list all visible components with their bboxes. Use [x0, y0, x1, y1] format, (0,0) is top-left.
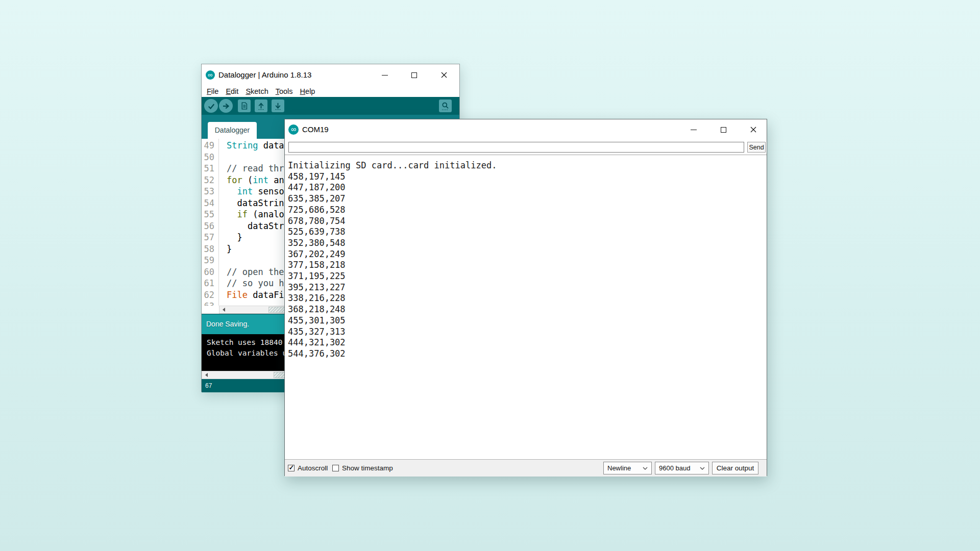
serial-monitor-button[interactable]: [439, 99, 452, 112]
serial-line: 377,158,218: [288, 260, 767, 271]
minimize-icon: [691, 130, 697, 130]
serial-line: 458,197,145: [288, 171, 767, 183]
ide-window-title: Datalogger | Arduino 1.8.13: [218, 64, 311, 86]
ide-close-button[interactable]: [437, 68, 451, 82]
serial-line: Initializing SD card...card initialized.: [288, 160, 767, 171]
save-sketch-button[interactable]: [272, 99, 284, 112]
upload-button[interactable]: [219, 99, 233, 113]
serial-line: 678,780,754: [288, 216, 767, 227]
show-timestamp-label: Show timestamp: [342, 460, 393, 477]
ide-minimize-button[interactable]: [378, 68, 392, 82]
chevron-left-icon: [223, 308, 225, 312]
tab-datalogger[interactable]: Datalogger: [208, 122, 257, 139]
ide-toolbar: [202, 97, 459, 115]
menu-item-file[interactable]: File: [203, 87, 222, 95]
code-text: // read three: [219, 163, 295, 174]
document-icon: [240, 102, 249, 110]
scroll-left-button[interactable]: [202, 371, 210, 379]
close-icon: [441, 72, 447, 78]
line-number: 60: [202, 266, 219, 278]
line-number: 63: [202, 300, 219, 306]
baud-rate-dropdown[interactable]: 9600 baud: [655, 462, 709, 474]
arrow-up-icon: [257, 102, 265, 110]
console-line-2: Global variables use: [207, 349, 296, 357]
line-ending-dropdown[interactable]: Newline: [603, 462, 652, 474]
serial-line: 544,376,302: [288, 348, 767, 360]
serial-line: 435,327,313: [288, 327, 767, 338]
menu-item-help[interactable]: Help: [297, 87, 319, 95]
serial-line: 395,213,227: [288, 282, 767, 293]
line-number: 62: [202, 289, 219, 301]
new-sketch-button[interactable]: [238, 99, 251, 112]
line-number: 55: [202, 209, 219, 220]
line-ending-value: Newline: [607, 462, 631, 474]
arrow-down-icon: [274, 102, 282, 110]
serial-line: 371,195,225: [288, 271, 767, 282]
chevron-down-icon: [700, 467, 705, 470]
line-number: 61: [202, 278, 219, 289]
serial-line: 525,639,738: [288, 227, 767, 238]
code-text: }: [219, 232, 242, 243]
code-text: [219, 255, 227, 266]
scroll-left-button[interactable]: [219, 306, 228, 313]
code-text: }: [219, 243, 232, 255]
line-number: 50: [202, 152, 219, 163]
minimize-icon: [382, 75, 388, 76]
serial-close-button[interactable]: [746, 122, 761, 137]
current-line-indicator: 67: [205, 379, 212, 392]
menu-item-tools[interactable]: Tools: [272, 87, 297, 95]
serial-minimize-button[interactable]: [686, 122, 701, 137]
serial-input-field[interactable]: [288, 142, 744, 153]
arrow-right-icon: [222, 102, 231, 111]
code-text: [219, 300, 227, 306]
serial-window-title: COM19: [302, 119, 329, 140]
serial-line: 352,380,548: [288, 238, 767, 249]
line-number: 53: [202, 186, 219, 197]
check-icon: [207, 102, 216, 111]
line-number: 49: [202, 140, 219, 152]
line-number: 56: [202, 220, 219, 232]
console-line-1: Sketch uses 18840 by: [207, 338, 296, 346]
line-number: 52: [202, 174, 219, 186]
code-text: [219, 152, 227, 163]
chevron-down-icon: [643, 467, 648, 470]
ide-titlebar[interactable]: ∞ Datalogger | Arduino 1.8.13: [202, 64, 459, 86]
menu-item-sketch[interactable]: Sketch: [242, 87, 272, 95]
arduino-logo-icon: ∞: [288, 124, 299, 135]
serial-line: 455,301,305: [288, 315, 767, 327]
open-sketch-button[interactable]: [255, 99, 267, 112]
serial-line: 447,187,200: [288, 182, 767, 193]
autoscroll-checkbox[interactable]: [288, 465, 295, 471]
serial-maximize-button[interactable]: [716, 122, 731, 137]
show-timestamp-checkbox[interactable]: [332, 465, 339, 471]
clear-output-button[interactable]: Clear output: [712, 462, 758, 474]
serial-bottom-bar: Autoscroll Show timestamp Newline 9600 b…: [285, 459, 767, 477]
baud-rate-value: 9600 baud: [659, 462, 690, 474]
menu-bar: FileEditSketchToolsHelp: [202, 86, 459, 97]
arduino-logo-icon: ∞: [206, 70, 215, 80]
verify-button[interactable]: [204, 99, 218, 113]
line-number: 54: [202, 197, 219, 209]
serial-monitor-window: ∞ COM19 Send Initializing SD card...card…: [284, 119, 767, 476]
line-number: 57: [202, 232, 219, 243]
serial-output[interactable]: Initializing SD card...card initialized.…: [285, 155, 767, 459]
send-button[interactable]: Send: [747, 142, 766, 153]
autoscroll-label: Autoscroll: [298, 460, 328, 477]
magnifier-icon: [440, 101, 450, 111]
close-icon: [750, 127, 756, 133]
line-number: 59: [202, 255, 219, 266]
chevron-left-icon: [205, 373, 208, 377]
serial-line: 368,218,248: [288, 304, 767, 315]
serial-line: 444,321,302: [288, 337, 767, 348]
maximize-icon: [721, 127, 726, 133]
ide-maximize-button[interactable]: [407, 68, 421, 82]
status-message: Done Saving.: [206, 314, 249, 334]
serial-titlebar[interactable]: ∞ COM19: [285, 119, 767, 140]
line-number: 51: [202, 163, 219, 174]
serial-line: 725,686,528: [288, 205, 767, 216]
line-number: 58: [202, 243, 219, 255]
maximize-icon: [411, 72, 417, 78]
serial-input-row: Send: [285, 140, 767, 155]
menu-item-edit[interactable]: Edit: [222, 87, 242, 95]
code-text: dataStrin: [219, 220, 295, 232]
